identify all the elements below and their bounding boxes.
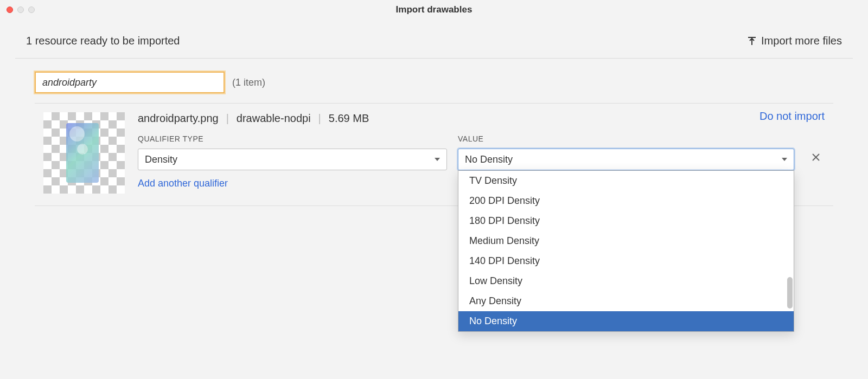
qualifier-value-column: VALUE No Density TV Density200 DPI Densi… [458,134,794,170]
file-size: 5.69 MB [329,112,369,125]
scrollbar-thumb[interactable] [787,277,793,309]
import-more-label: Import more files [761,35,842,47]
chevron-down-icon [782,158,787,161]
chevron-down-icon [435,158,440,161]
add-qualifier-link[interactable]: Add another qualifier [138,178,447,189]
status-text: 1 resource ready to be imported [26,35,180,47]
dropdown-option[interactable]: Any Density [458,291,794,311]
window-close-button[interactable] [7,7,13,13]
dropdown-option[interactable]: 200 DPI Density [458,191,794,211]
meta-separator: | [226,112,229,125]
qualifier-value-dropdown[interactable]: No Density [458,149,794,170]
window-minimize-button[interactable] [17,7,24,13]
item-count-label: (1 item) [232,77,265,88]
qualifier-value-label: VALUE [458,134,794,143]
import-arrow-icon [747,36,757,46]
window-controls [7,7,35,13]
import-more-button[interactable]: Import more files [747,35,842,47]
group-row: (1 item) [0,59,868,103]
qualifier-type-dropdown[interactable]: Density [138,149,447,170]
file-folder: drawable-nodpi [237,112,311,125]
thumbnail [43,112,125,194]
close-icon [812,153,820,162]
dropdown-option[interactable]: No Density [458,311,794,331]
remove-qualifier-column [805,151,827,165]
file-meta: androidparty.png | drawable-nodpi | 5.69… [138,112,833,125]
window-maximize-button[interactable] [28,7,35,13]
meta-separator: | [318,112,321,125]
dropdown-option[interactable]: 140 DPI Density [458,251,794,271]
dropdown-option[interactable]: TV Density [458,171,794,191]
titlebar: Import drawables [0,0,868,20]
dropdown-option[interactable]: 180 DPI Density [458,211,794,231]
qualifier-type-value: Density [145,154,177,165]
value-dropdown-popup: TV Density200 DPI Density180 DPI Density… [458,170,794,332]
remove-qualifier-button[interactable] [812,151,820,165]
qualifier-value-text: No Density [465,154,513,165]
resource-item-row: androidparty.png | drawable-nodpi | 5.69… [0,104,868,194]
dropdown-option[interactable]: Low Density [458,271,794,291]
qualifier-columns: QUALIFIER TYPE Density Add another quali… [138,134,833,189]
dropdown-option-list: TV Density200 DPI Density180 DPI Density… [458,171,794,331]
window-title: Import drawables [396,4,473,15]
resource-details: androidparty.png | drawable-nodpi | 5.69… [138,112,833,189]
qualifier-type-column: QUALIFIER TYPE Density Add another quali… [138,134,447,189]
file-name: androidparty.png [138,112,219,125]
qualifier-type-label: QUALIFIER TYPE [138,134,447,143]
header-row: 1 resource ready to be imported Import m… [0,20,868,58]
dropdown-option[interactable]: Medium Density [458,231,794,251]
resource-name-input[interactable] [35,72,225,93]
do-not-import-link[interactable]: Do not import [760,110,825,123]
thumbnail-image [66,123,99,183]
